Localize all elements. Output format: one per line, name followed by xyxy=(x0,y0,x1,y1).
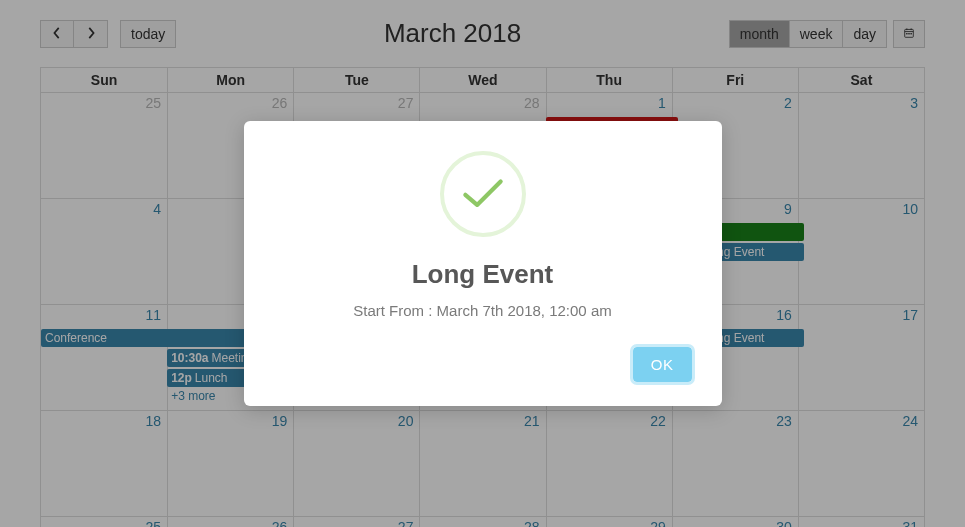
success-check-icon xyxy=(440,151,526,237)
modal-ok-button[interactable]: OK xyxy=(633,347,692,382)
modal-overlay[interactable]: Long Event Start From : March 7th 2018, … xyxy=(0,0,965,527)
event-modal: Long Event Start From : March 7th 2018, … xyxy=(244,121,722,406)
modal-title: Long Event xyxy=(274,259,692,290)
modal-body: Start From : March 7th 2018, 12:00 am xyxy=(274,302,692,319)
